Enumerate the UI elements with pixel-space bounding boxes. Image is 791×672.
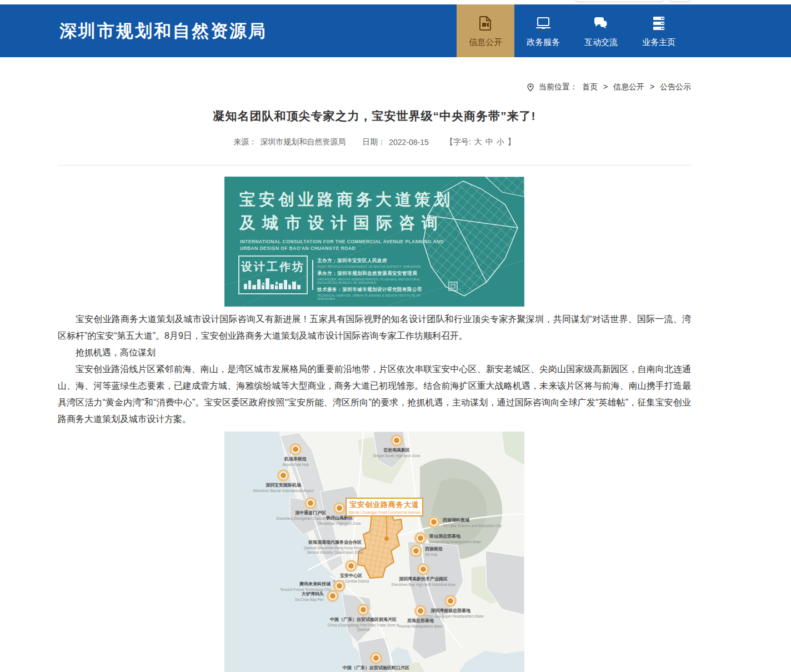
marker-dot-icon xyxy=(414,532,427,544)
tab-label: 互动交流 xyxy=(584,37,618,48)
top-search-strip xyxy=(0,0,791,4)
banner-subtitle-line2: URBAN DESIGN OF BAO'AN CHUANGYE ROAD xyxy=(240,245,356,251)
date-label: 日期： xyxy=(362,137,386,147)
org-organizer-zh: 承办方：深圳市规划和自然资源局宝安管理局 xyxy=(317,270,423,277)
planning-map-image: 宝安创业路商务大道 Bao'an Chuangye Road Commercia… xyxy=(224,432,524,672)
main-nav: 信息公开 政务服务 互动交流 xyxy=(457,4,688,57)
paragraph: 宝安创业路沿线片区紧邻前海、南山，是湾区城市发展格局的重要前沿地带，片区依次串联… xyxy=(58,361,691,428)
article-meta: 来源： 深圳市规划和自然资源局 日期： 2022-08-15 【字号: 大 中 … xyxy=(58,137,691,147)
marker-dot-icon xyxy=(391,434,403,447)
paragraph: 宝安创业路商务大道策划及城市设计国际咨询又有新进展！五家具有国际视野的知名设计团… xyxy=(58,311,691,344)
workshop-acronym: I C C A xyxy=(243,280,304,287)
server-stack-icon xyxy=(650,14,668,32)
marker-dot-icon xyxy=(414,605,427,617)
org-technical-en: TECHNICAL SERVICE: URBAN PLANNING & DESI… xyxy=(317,294,423,300)
fontsize-medium[interactable]: 中 xyxy=(485,137,493,147)
org-organizer-en: ORGANIZER: BAO'AN ADMINISTRATION, PLANNI… xyxy=(317,278,423,284)
chat-bubbles-icon xyxy=(592,14,610,32)
article-divider xyxy=(58,165,691,166)
marker-dot-icon xyxy=(327,590,339,602)
site-header: 深圳市规划和自然资源局 信息公开 政务服务 互动交流 xyxy=(0,4,791,57)
article-title: 凝知名团队和顶尖专家之力，宝安世界级“中央商务带”来了! xyxy=(58,108,691,124)
laptop-icon xyxy=(534,14,552,32)
marker-dot-icon xyxy=(410,545,422,557)
search-button[interactable] xyxy=(669,0,691,2)
breadcrumb: 当前位置： 首页 > 信息公开 > 公告公示 xyxy=(0,82,791,93)
tab-business-home[interactable]: 业务主页 xyxy=(630,4,688,57)
marker-dot-icon xyxy=(417,563,429,575)
location-pin-icon xyxy=(527,83,534,92)
date-value: 2022-08-15 xyxy=(389,138,429,147)
fontsize-label: 【字号: xyxy=(445,137,471,147)
design-workshop-box: 设计工作坊 I C C A xyxy=(238,255,308,294)
marker-dot-icon xyxy=(345,560,357,572)
marker-dot-icon xyxy=(428,516,440,528)
breadcrumb-info-disclosure[interactable]: 信息公开 xyxy=(613,82,644,91)
marker-dot-icon xyxy=(304,497,317,509)
banner-image: 宝安创业路商务大道策划 及城市设计国际咨询 INTERNATIONAL CONS… xyxy=(224,177,524,307)
article-body: 宝安创业路商务大道策划及城市设计国际咨询又有新进展！五家具有国际视野的知名设计团… xyxy=(58,311,691,428)
banner-subtitle-line1: INTERNATIONAL CONSULTATION FOR THE COMME… xyxy=(240,239,444,244)
source-label: 来源： xyxy=(233,137,257,147)
marker-dot-icon xyxy=(370,652,382,664)
org-host-zh: 主办方：深圳市宝安区人民政府 xyxy=(317,258,423,264)
banner-organizers: 主办方：深圳市宝安区人民政府 HOST: PEOPLE'S GOVERNMENT… xyxy=(317,258,423,303)
tab-label: 信息公开 xyxy=(469,37,502,48)
fontsize-bracket: 】 xyxy=(508,137,515,147)
source-value: 深圳市规划和自然资源局 xyxy=(260,137,346,147)
org-host-en: HOST: PEOPLE'S GOVERNMENT OF BAO'AN DIST… xyxy=(317,265,423,268)
banner-divider-line xyxy=(312,260,313,290)
marker-dot-icon xyxy=(289,443,302,455)
tab-gov-services[interactable]: 政务服务 xyxy=(514,4,572,57)
callout-title-en: Bao'an Chuangye Road Commercial Avenue xyxy=(348,510,421,514)
tab-label: 业务主页 xyxy=(642,37,675,48)
breadcrumb-announcements[interactable]: 公告公示 xyxy=(660,82,691,91)
site-title: 深圳市规划和自然资源局 xyxy=(59,4,267,57)
callout-title-zh: 宝安创业路商务大道 xyxy=(348,500,421,510)
marker-dot-icon xyxy=(357,604,369,616)
org-technical-zh: 技术服务：深圳市城市规划设计研究院有限公司 xyxy=(317,287,423,293)
banner-title-line1: 宝安创业路商务大道策划 xyxy=(239,189,453,211)
skyline-graphic: I C C A xyxy=(243,276,304,289)
breadcrumb-label: 当前位置： xyxy=(539,82,578,92)
breadcrumb-home[interactable]: 首页 xyxy=(582,82,598,91)
search-input[interactable] xyxy=(575,0,664,2)
fontsize-small[interactable]: 小 xyxy=(497,137,504,147)
document-video-icon xyxy=(477,14,494,32)
workshop-label: 设计工作坊 xyxy=(241,259,305,274)
banner-title-line2: 及城市设计国际咨询 xyxy=(239,212,444,234)
tab-interaction[interactable]: 互动交流 xyxy=(572,4,630,57)
map-callout-baoan-avenue: 宝安创业路商务大道 Bao'an Chuangye Road Commercia… xyxy=(346,498,423,516)
marker-dot-icon xyxy=(444,595,457,607)
tab-info-disclosure[interactable]: 信息公开 xyxy=(457,4,514,57)
tab-label: 政务服务 xyxy=(527,37,560,48)
fontsize-large[interactable]: 大 xyxy=(474,137,482,147)
paragraph: 抢抓机遇，高位谋划 xyxy=(58,344,691,361)
marker-dot-icon xyxy=(277,469,289,482)
marker-dot-icon xyxy=(333,502,346,514)
